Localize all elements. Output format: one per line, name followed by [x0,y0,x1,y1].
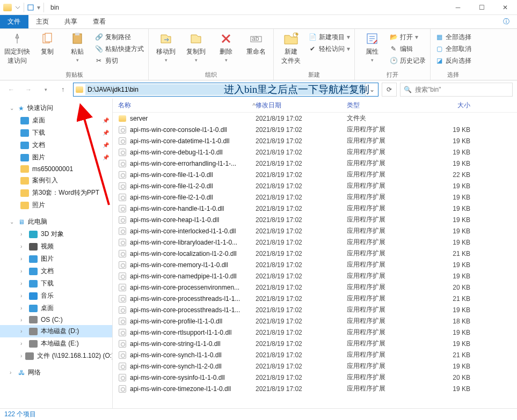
rename-button[interactable]: ab重命名 [243,31,269,63]
file-row[interactable]: api-ms-win-core-string-l1-1-0.dll2021/8/… [113,338,517,349]
close-button[interactable]: ✕ [493,0,517,15]
sidebar-network[interactable]: ›🖧网络 [0,366,112,379]
file-row[interactable]: api-ms-win-core-timezone-l1-1-0.dll2021/… [113,383,517,394]
sidebar-item[interactable]: 照片 [0,199,112,211]
paste-shortcut-button[interactable]: 📎粘贴快捷方式 [94,43,144,55]
select-all-button[interactable]: ▦全部选择 [435,31,471,43]
edit-button[interactable]: ✎编辑 [389,43,426,55]
file-row[interactable]: api-ms-win-core-localization-l1-2-0.dll2… [113,248,517,259]
forward-button[interactable]: → [21,83,35,97]
invert-icon: ◪ [435,56,443,65]
file-row[interactable]: api-ms-win-core-namedpipe-l1-1-0.dll2021… [113,270,517,282]
maximize-button[interactable]: ☐ [470,0,493,15]
file-row[interactable]: api-ms-win-core-debug-l1-1-0.dll2021/8/1… [113,146,517,158]
file-row[interactable]: api-ms-win-core-file-l1-2-0.dll2021/8/19… [113,180,517,191]
file-pane: 名称 ^ 修改日期 类型 大小 server2021/8/19 17:02文件夹… [113,99,517,408]
col-type[interactable]: 类型 [347,101,422,110]
item-count: 122 个项目 [4,410,36,419]
sidebar-item[interactable]: ›桌面 [0,302,112,314]
col-size[interactable]: 大小 [422,101,470,110]
sidebar-item[interactable]: ›本地磁盘 (E:) [0,337,112,350]
disk-icon [27,4,34,11]
file-row[interactable]: api-ms-win-core-datetime-l1-1-0.dll2021/… [113,135,517,146]
history-button[interactable]: 🕑历史记录 [389,55,426,67]
col-name[interactable]: 名称 ^ [118,101,256,110]
tab-share[interactable]: 共享 [57,15,85,28]
sidebar-item[interactable]: ›下载 [0,277,112,290]
help-button[interactable]: ⓘ [496,15,517,28]
sidebar-item[interactable]: ›文档 [0,265,112,277]
file-row[interactable]: api-ms-win-core-memory-l1-1-0.dll2021/8/… [113,259,517,270]
copy-to-button[interactable]: 复制到▾ [183,31,209,63]
minimize-button[interactable]: ─ [446,0,470,15]
pin-to-quickaccess-button[interactable]: 固定到快 速访问 [4,31,30,67]
edit-icon: ✎ [389,45,398,53]
file-row[interactable]: api-ms-win-core-errorhandling-l1-1-...20… [113,158,517,169]
address-bar[interactable]: D:\JAVA\jdk11\bin 进入bin里之后点一下导航栏复制 ⌄ [73,83,378,97]
new-folder-button[interactable]: ✦新建 文件夹 [278,31,304,65]
sidebar-item[interactable]: ›3D 对象 [0,228,112,240]
cut-button[interactable]: ✂剪切 [94,55,144,67]
paste-icon [70,31,85,46]
back-button[interactable]: ← [4,83,18,97]
sidebar-quickaccess[interactable]: ⌄★快速访问 [0,102,112,114]
dll-icon [119,126,126,134]
folder-icon [3,4,12,11]
sidebar-item[interactable]: ›音乐 [0,290,112,302]
sidebar-item[interactable]: 案例引入 [0,174,112,187]
refresh-button[interactable]: ⟳ [382,83,397,97]
file-row[interactable]: server2021/8/19 17:02文件夹 [113,113,517,124]
new-item-button[interactable]: 📄新建项目 ▾ [308,31,350,43]
properties-button[interactable]: 属性▾ [359,31,385,67]
tab-home[interactable]: 主页 [28,15,57,28]
move-to-button[interactable]: 移动到▾ [153,31,179,63]
sidebar-item[interactable]: 图片📌 [0,151,112,164]
file-row[interactable]: api-ms-win-core-profile-l1-1-0.dll2021/8… [113,315,517,327]
sidebar-item[interactable]: 下载📌 [0,127,112,139]
file-row[interactable]: api-ms-win-core-file-l1-1-0.dll2021/8/19… [113,169,517,180]
file-row[interactable]: api-ms-win-core-file-l2-1-0.dll2021/8/19… [113,191,517,203]
file-row[interactable]: api-ms-win-core-heap-l1-1-0.dll2021/8/19… [113,214,517,225]
up-button[interactable]: ↑ [56,83,70,97]
delete-button[interactable]: 删除▾ [213,31,239,63]
sidebar-item[interactable]: ›图片 [0,253,112,265]
recent-button[interactable]: ▾ [39,83,53,97]
col-date[interactable]: 修改日期 [256,101,347,110]
chevron-down-icon[interactable] [15,5,20,10]
sidebar-item[interactable]: ›本地磁盘 (D:) [0,325,112,337]
dll-icon [119,261,126,269]
sidebar-item[interactable]: ›文件 (\\192.168.1.102) (O:) [0,350,112,362]
address-dropdown[interactable]: ⌄ [365,83,378,96]
tab-file[interactable]: 文件 [0,15,28,28]
file-row[interactable]: api-ms-win-core-rtlsupport-l1-1-0.dll202… [113,327,517,338]
sidebar-item[interactable]: 文档📌 [0,139,112,151]
file-row[interactable]: api-ms-win-core-synch-l1-2-0.dll2021/8/1… [113,360,517,372]
sidebar-item[interactable]: ms650000001 [0,164,112,174]
sidebar-item[interactable]: ›视频 [0,240,112,253]
dll-icon [119,250,126,257]
sidebar-thispc[interactable]: ⌄🖥此电脑 [0,216,112,228]
copy-button[interactable]: 复制 [34,31,60,67]
file-row[interactable]: api-ms-win-core-synch-l1-1-0.dll2021/8/1… [113,349,517,360]
paste-button[interactable]: 粘贴 ▾ [64,31,90,67]
select-none-button[interactable]: ▢全部取消 [435,43,471,55]
file-row[interactable]: api-ms-win-core-console-l1-1-0.dll2021/8… [113,124,517,135]
invert-selection-button[interactable]: ◪反向选择 [435,55,471,67]
file-row[interactable]: api-ms-win-core-processthreads-l1-1...20… [113,293,517,304]
sidebar-item[interactable]: 桌面📌 [0,114,112,127]
tab-view[interactable]: 查看 [85,15,114,28]
open-button[interactable]: 📂打开 ▾ [389,31,426,43]
sidebar-item[interactable]: 第30套：Word转为PPT [0,187,112,199]
file-row[interactable]: api-ms-win-core-processthreads-l1-1...20… [113,304,517,315]
file-row[interactable]: api-ms-win-core-processenvironmen...2021… [113,282,517,293]
easy-access-button[interactable]: ✔轻松访问 ▾ [308,43,350,55]
file-row[interactable]: api-ms-win-core-interlocked-l1-1-0.dll20… [113,225,517,237]
file-row[interactable]: api-ms-win-core-handle-l1-1-0.dll2021/8/… [113,203,517,214]
search-box[interactable]: 🔍 搜索"bin" [400,83,513,97]
column-headers: 名称 ^ 修改日期 类型 大小 [113,99,517,113]
file-row[interactable]: api-ms-win-core-sysinfo-l1-1-0.dll2021/8… [113,372,517,383]
address-path[interactable]: D:\JAVA\jdk11\bin [85,84,365,95]
copy-path-button[interactable]: 🔗复制路径 [94,31,144,43]
sidebar-item[interactable]: ›OS (C:) [0,314,112,325]
file-row[interactable]: api-ms-win-core-libraryloader-l1-1-0...2… [113,237,517,248]
